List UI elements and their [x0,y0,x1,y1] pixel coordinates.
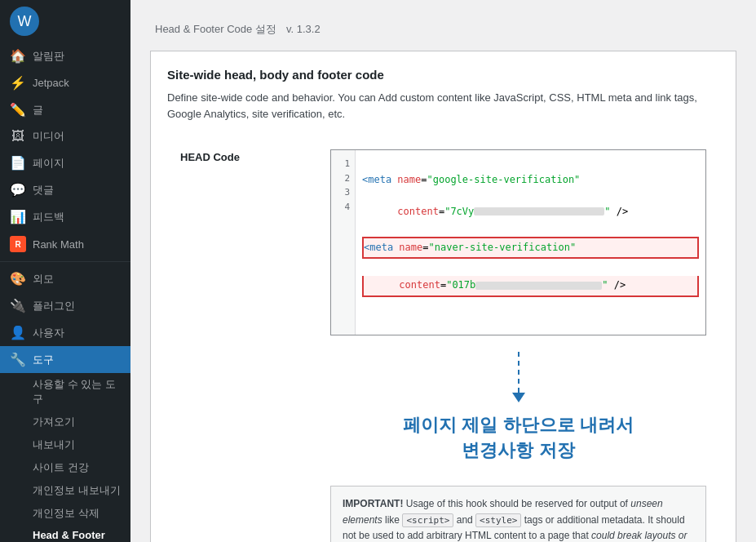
sidebar-item-label: 페이지 [33,156,64,171]
sidebar-sub-import[interactable]: 가져오기 [33,411,130,433]
arrow-text: 페이지 제일 하단으로 내려서 변경사항 저장 [330,413,706,464]
sidebar-item-label: 미디어 [33,129,64,144]
sidebar-item-label: 알림판 [33,49,64,64]
sidebar-item-posts[interactable]: ✏️ 글 [0,96,130,123]
comments-icon: 💬 [10,182,26,198]
arrow-section: 페이지 제일 하단으로 내려서 변경사항 저장 [330,335,706,480]
posts-icon: ✏️ [10,102,26,118]
sidebar-item-label: 외모 [33,272,54,287]
head-code-field: 1 2 3 4 <meta name="google-site-verifica… [330,149,719,542]
sidebar-item-label: 글 [33,103,43,118]
settings-wrap: Site-wide head, body and footer code Def… [150,51,736,542]
divider [0,261,130,262]
sidebar-sub-head-footer[interactable]: Head & Footer Code [33,525,130,542]
sidebar-item-label: 피드백 [33,210,64,224]
section-title: Site-wide head, body and footer code [167,68,719,82]
feedback-icon: 📊 [10,209,26,224]
code-content: <meta name="google-site-verification" co… [356,150,705,335]
sidebar-logo: W [0,0,130,42]
sidebar-item-feedback[interactable]: 📊 피드백 [0,203,130,230]
sidebar-item-jetpack[interactable]: ⚡ Jetpack [0,69,130,96]
sidebar-item-media[interactable]: 🖼 미디어 [0,123,130,149]
sidebar-item-appearance[interactable]: 🎨 외모 [0,265,130,292]
wp-logo: W [10,7,39,36]
head-code-row: HEAD Code 1 2 3 4 <meta name="google-sit… [167,136,719,542]
sidebar: W 🏠 알림판 ⚡ Jetpack ✏️ 글 🖼 미디어 📄 페이지 💬 댓글 … [0,0,130,542]
plugins-icon: 🔌 [10,298,26,313]
sidebar-item-users[interactable]: 👤 사용자 [0,319,130,346]
pages-icon: 📄 [10,155,26,171]
sidebar-item-pages[interactable]: 📄 페이지 [0,149,130,176]
sidebar-item-plugins[interactable]: 🔌 플러그인 [0,292,130,319]
sidebar-item-label: Jetpack [33,77,69,89]
dashed-arrow [512,352,525,402]
users-icon: 👤 [10,325,26,340]
sidebar-item-alimfan[interactable]: 🏠 알림판 [0,42,130,69]
sidebar-sub-site-health[interactable]: 사이트 건강 [33,456,130,479]
code-editor[interactable]: 1 2 3 4 <meta name="google-site-verifica… [330,149,706,335]
sidebar-item-label: Rank Math [33,238,84,251]
main-content: Head & Footer Code 설정 v. 1.3.2 Site-wide… [130,0,756,542]
media-icon: 🖼 [10,129,26,144]
appearance-icon: 🎨 [10,271,26,287]
important-box: IMPORTANT! Usage of this hook should be … [330,486,706,542]
tools-submenu: 사용할 수 있는 도구 가져오기 내보내기 사이트 건강 개인정보 내보내기 개… [0,373,130,542]
tools-icon: 🔧 [10,352,26,367]
sidebar-sub-delete-personal[interactable]: 개인정보 삭제 [33,502,130,525]
page-title: Head & Footer Code 설정 v. 1.3.2 [150,16,736,38]
sidebar-item-label: 댓글 [33,183,54,198]
head-code-label: HEAD Code [167,149,330,163]
line-numbers: 1 2 3 4 [331,150,356,335]
sidebar-sub-export[interactable]: 내보내기 [33,433,130,456]
sidebar-item-label: 도구 [33,353,54,367]
dashed-line [518,352,519,393]
dashboard-icon: 🏠 [10,48,26,64]
sidebar-item-tools[interactable]: 🔧 도구 [0,346,130,373]
sidebar-item-rankmath[interactable]: R Rank Math [0,230,130,258]
arrow-head [512,393,525,402]
sidebar-item-label: 사용자 [33,326,64,340]
rankmath-icon: R [10,236,26,252]
sidebar-sub-export-personal[interactable]: 개인정보 내보내기 [33,479,130,502]
sidebar-sub-available-tools[interactable]: 사용할 수 있는 도구 [33,373,130,411]
jetpack-icon: ⚡ [10,75,26,91]
sidebar-item-comments[interactable]: 💬 댓글 [0,176,130,203]
sidebar-item-label: 플러그인 [33,299,75,313]
section-desc: Define site-wide code and behavior. You … [167,90,719,122]
